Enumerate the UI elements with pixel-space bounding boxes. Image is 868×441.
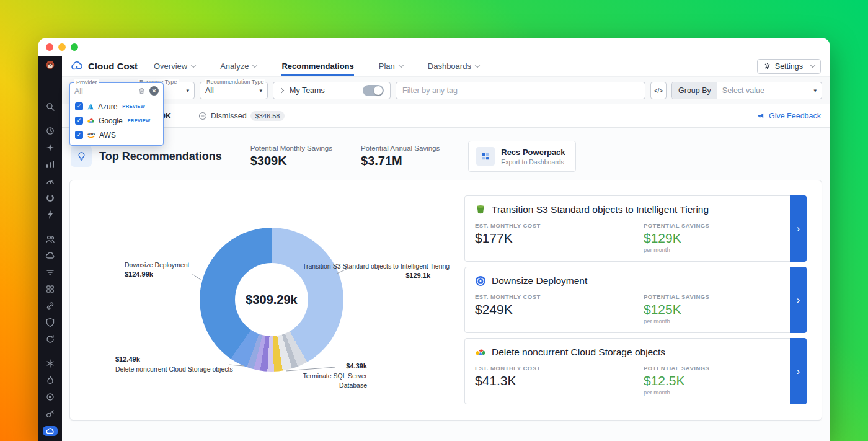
kubernetes-icon xyxy=(475,275,486,287)
cloud-storage-icon xyxy=(475,347,486,358)
chart-label-downsize: Downsize Deployment $124.99k xyxy=(125,261,189,280)
tab-overview[interactable]: Overview xyxy=(154,56,195,76)
donut-icon[interactable] xyxy=(43,191,57,205)
page-title: Top Recommendations xyxy=(99,150,222,163)
tab-dashboards[interactable]: Dashboards xyxy=(428,56,479,76)
mascot-logo-icon[interactable] xyxy=(43,60,58,70)
my-teams-control[interactable]: My Teams xyxy=(273,82,391,99)
top-nav: Cloud Cost Overview Analyze Recommendati… xyxy=(62,56,830,76)
recommendation-title: Transition S3 Standard objects to Intell… xyxy=(492,204,709,215)
dismissed-filter-chip[interactable]: Dismissed $346.58 xyxy=(198,111,285,121)
lightbulb-icon xyxy=(71,146,92,167)
refresh-icon[interactable] xyxy=(43,332,57,346)
open-recommendation-button[interactable]: › xyxy=(790,338,807,404)
filter-bar: Provider All ▾ Resource Type ▾ Recommend… xyxy=(62,76,830,104)
chart-label-transition: Transition S3 Standard objects to Intell… xyxy=(303,262,451,281)
open-recommendation-button[interactable]: › xyxy=(790,267,807,333)
cloud-icon[interactable] xyxy=(43,249,57,262)
recommendation-type-value: All xyxy=(205,86,214,95)
link-icon[interactable] xyxy=(43,299,57,313)
checkbox-checked-icon[interactable]: ✓ xyxy=(75,102,83,110)
bar-chart-icon[interactable] xyxy=(43,158,57,171)
clear-selection-icon[interactable]: ✕ xyxy=(149,86,159,96)
history-icon[interactable] xyxy=(43,124,57,138)
cloud-cost-logo-icon xyxy=(71,60,83,73)
key-icon[interactable] xyxy=(43,407,57,421)
azure-icon xyxy=(87,103,94,110)
tag-filter-input[interactable] xyxy=(396,82,645,99)
aws-icon: aws xyxy=(87,131,95,138)
list-filter-icon[interactable] xyxy=(43,265,57,279)
flame-icon[interactable] xyxy=(43,373,57,387)
nav-tabs: Overview Analyze Recommendations Plan Da… xyxy=(154,56,479,76)
minimize-window-button[interactable] xyxy=(58,43,66,51)
recommendation-card-deployment[interactable]: Downsize Deployment EST. MONTHLY COST$24… xyxy=(464,267,807,333)
summary-row: Top Recommendations Potential Monthly Sa… xyxy=(69,139,822,174)
donut-chart[interactable]: $309.29k xyxy=(200,228,343,372)
target-icon[interactable] xyxy=(43,390,57,404)
provider-option-aws[interactable]: ✓ aws AWS xyxy=(70,128,163,142)
provider-label: Provider xyxy=(74,79,99,86)
provider-dropdown-panel: Provider All ✕ ✓ Azure PREVIEW ✓ xyxy=(69,82,164,146)
close-window-button[interactable] xyxy=(46,43,53,51)
shield-icon[interactable] xyxy=(43,316,57,329)
status-row: 0K Dismissed $346.58 Give Feedback xyxy=(62,104,830,128)
gear-icon xyxy=(763,62,771,70)
group-by-control[interactable]: Group By Select value▾ xyxy=(671,82,822,99)
recommendation-type-label: Recommendation Type xyxy=(205,79,265,85)
savings-donut-area: $309.29k Downsize Deployment $124.99k xyxy=(70,180,464,421)
app-name: Cloud Cost xyxy=(88,61,138,71)
recommendation-card-s3[interactable]: Transition S3 Standard objects to Intell… xyxy=(464,195,807,262)
checkbox-checked-icon[interactable]: ✓ xyxy=(75,131,83,139)
recommendation-title: Delete noncurrent Cloud Storage objects xyxy=(492,347,665,358)
group-by-value: Select value xyxy=(722,86,764,95)
recommendation-card-cloud-storage[interactable]: Delete noncurrent Cloud Storage objects … xyxy=(464,338,807,404)
select-caret-icon: ▾ xyxy=(255,87,262,94)
chart-label-terminate: $4.39k Terminate SQL Server Database xyxy=(277,362,367,390)
recs-powerpack-card[interactable]: Recs Powerpack Export to Dashboards xyxy=(468,141,575,172)
annual-savings-stat: Potential Annual Savings $3.71M xyxy=(361,145,440,168)
monthly-savings-stat: Potential Monthly Savings $309K xyxy=(250,145,332,168)
window-titlebar xyxy=(38,38,830,56)
cloud-cost-app-icon[interactable] xyxy=(43,426,58,437)
dismissed-label: Dismissed xyxy=(211,112,247,120)
settings-button[interactable]: Settings xyxy=(757,59,821,74)
recommendation-type-select[interactable]: Recommendation Type All ▾ xyxy=(200,82,268,99)
megaphone-icon xyxy=(757,112,765,120)
chevron-down-icon xyxy=(399,63,404,68)
s3-icon xyxy=(475,204,486,215)
tab-analyze[interactable]: Analyze xyxy=(220,56,257,76)
group-by-select[interactable]: Select value▾ xyxy=(717,82,822,99)
my-teams-label: My Teams xyxy=(290,86,325,95)
trash-icon[interactable] xyxy=(138,87,146,95)
sparkles-icon[interactable] xyxy=(43,141,57,154)
provider-option-azure[interactable]: ✓ Azure PREVIEW xyxy=(70,99,163,114)
tab-plan[interactable]: Plan xyxy=(379,56,403,76)
provider-option-google[interactable]: ✓ Google PREVIEW xyxy=(70,114,163,128)
apps-grid-icon[interactable] xyxy=(43,282,57,296)
bolt-icon[interactable] xyxy=(43,208,57,221)
my-teams-toggle[interactable] xyxy=(363,85,384,96)
provider-panel-value: All xyxy=(74,87,138,96)
select-caret-icon: ▾ xyxy=(182,87,189,94)
tab-recommendations[interactable]: Recommendations xyxy=(281,56,353,76)
preview-badge: PREVIEW xyxy=(128,118,151,123)
users-icon[interactable] xyxy=(43,232,57,246)
gauge-icon[interactable] xyxy=(43,174,57,188)
snowflake-icon[interactable] xyxy=(43,357,57,370)
preview-badge: PREVIEW xyxy=(122,104,145,109)
chevron-down-icon xyxy=(252,63,257,68)
checkbox-checked-icon[interactable]: ✓ xyxy=(75,117,83,125)
recommendation-title: Downsize Deployment xyxy=(492,275,587,287)
settings-label: Settings xyxy=(775,62,803,71)
svg-text:aws: aws xyxy=(87,131,95,136)
maximize-window-button[interactable] xyxy=(71,43,78,51)
dismissed-icon xyxy=(198,112,207,120)
code-filter-button[interactable]: </> xyxy=(650,82,666,99)
open-recommendation-button[interactable]: › xyxy=(790,195,807,262)
give-feedback-link[interactable]: Give Feedback xyxy=(757,112,821,120)
dismissed-amount-badge: $346.58 xyxy=(250,111,285,121)
donut-center-total: $309.29k xyxy=(246,293,297,307)
search-icon[interactable] xyxy=(43,100,57,114)
app-brand: Cloud Cost xyxy=(71,56,138,76)
